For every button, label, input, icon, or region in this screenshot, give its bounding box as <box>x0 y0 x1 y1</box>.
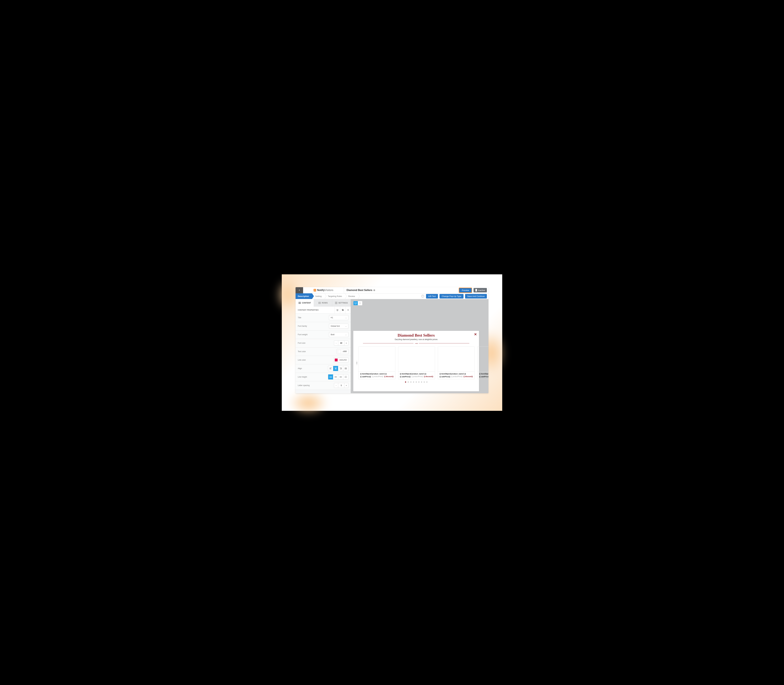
preview-button[interactable]: Preview <box>459 288 472 293</box>
carousel-dot[interactable] <box>418 381 420 383</box>
side-panel: CONTENT ROWS SETTINGS CONTENT PROPERTIES <box>296 299 351 393</box>
svg-rect-10 <box>342 310 343 311</box>
letter-spacing-stepper[interactable]: - 1 + <box>334 383 348 388</box>
carousel-dot[interactable] <box>408 381 409 383</box>
lineheight-xloose-button[interactable] <box>343 375 348 380</box>
product-name: {{ itemObject['product_name'] }} <box>400 373 433 375</box>
carousel-dot[interactable] <box>426 381 428 383</box>
font-size-stepper[interactable]: - 22 + <box>334 341 348 346</box>
list-icon <box>335 302 337 304</box>
product-image <box>398 347 435 372</box>
carousel-dot[interactable] <box>410 381 411 383</box>
sale-price: {{ salePrice}} <box>360 376 371 378</box>
collapse-icon[interactable] <box>345 307 351 313</box>
step-description[interactable]: Description <box>296 293 312 299</box>
align-group <box>328 366 348 371</box>
align-justify-button[interactable] <box>343 366 348 371</box>
duplicate-icon[interactable] <box>340 307 345 313</box>
align-right-button[interactable] <box>338 366 343 371</box>
popup-preview: ✕ Diamond Best Sellers Dazzling diamond … <box>353 331 479 391</box>
carousel-dot[interactable] <box>421 381 422 383</box>
svg-rect-1 <box>300 302 301 303</box>
change-popup-type-button[interactable]: Change Pop-Up Type <box>439 294 463 299</box>
save-continue-button[interactable]: Save And Continue <box>465 294 487 299</box>
discount: {{ discount}} <box>424 376 433 378</box>
logo-text-light: Visitors <box>325 289 333 292</box>
lineheight-normal-button[interactable] <box>333 375 338 380</box>
sale-price: {{ salePrice}} <box>439 376 450 378</box>
align-center-button[interactable] <box>333 366 338 371</box>
carousel-dots <box>356 381 476 383</box>
step-targeting-rules[interactable]: Targeting Rules <box>324 293 345 299</box>
discount: {{ discount}} <box>463 376 473 378</box>
desktop-view-button[interactable] <box>353 301 358 305</box>
prop-text-color: Text color #ffffff <box>296 347 351 356</box>
logo: NotifyVisitors <box>303 289 344 292</box>
align-left-button[interactable] <box>328 366 333 371</box>
mobile-icon <box>359 302 361 304</box>
rows-icon <box>318 302 321 304</box>
font-weight-select[interactable]: Bold⌄ <box>329 332 348 337</box>
text-color-input[interactable]: #ffffff <box>337 349 348 354</box>
sale-price: {{ salePrice}} <box>479 376 488 378</box>
chevron-down-icon: ⌄ <box>345 325 347 327</box>
font-family-select[interactable]: Global font⌄ <box>329 324 348 329</box>
top-bar: NotifyVisitors Diamond Best Sellers ✿ Pr… <box>296 287 488 294</box>
prop-title: Title H1⌄ <box>296 313 351 322</box>
chevron-down-icon: ⌄ <box>345 317 347 319</box>
carousel-dot[interactable] <box>405 381 406 383</box>
divider: ∽∾ <box>363 342 469 345</box>
mobile-view-button[interactable] <box>358 301 362 305</box>
lineheight-tight-button[interactable] <box>328 375 333 380</box>
tab-settings[interactable]: SETTINGS <box>332 299 351 307</box>
line-height-group <box>328 374 348 380</box>
inactive-toggle[interactable]: Inactive <box>473 288 487 292</box>
steps-bar: Description Setting Targeting Rules Revi… <box>296 294 488 299</box>
link-color-input[interactable]: #e01253 <box>334 357 348 362</box>
carousel-dot[interactable] <box>416 381 417 383</box>
decrement-button[interactable]: - <box>334 341 338 346</box>
increment-button[interactable]: + <box>344 383 348 388</box>
decrement-button[interactable]: - <box>334 383 338 388</box>
prop-align: Align <box>296 364 351 373</box>
svg-rect-4 <box>319 302 321 303</box>
logo-icon <box>314 289 316 291</box>
close-icon[interactable]: ✕ <box>474 333 477 336</box>
product-image <box>478 347 488 372</box>
lineheight-loose-button[interactable] <box>338 375 343 380</box>
delete-icon[interactable] <box>335 307 340 313</box>
chevron-down-icon: ⌄ <box>345 334 347 336</box>
help-icon[interactable]: ? <box>421 295 424 297</box>
sale-price: {{ salePrice}} <box>400 376 411 378</box>
tab-rows[interactable]: ROWS <box>314 299 332 307</box>
carousel-dot[interactable] <box>424 381 425 383</box>
panel-header: CONTENT PROPERTIES <box>296 307 351 313</box>
product-price: {{ productPrice}} <box>372 376 383 378</box>
side-tabs: CONTENT ROWS SETTINGS <box>296 299 351 307</box>
carousel-dot[interactable] <box>413 381 414 383</box>
product-price: {{ productPrice}} <box>451 376 462 378</box>
product-card[interactable]: {{ itemObject['product_name'] }} {{ sale… <box>438 346 475 379</box>
prop-font-family: Font family Global font⌄ <box>296 322 351 331</box>
product-card[interactable]: {{ itemObject['product_name'] }} {{ sale… <box>398 346 435 379</box>
gear-icon[interactable]: ✿ <box>373 289 375 291</box>
tab-content[interactable]: CONTENT <box>296 299 314 307</box>
product-card[interactable]: {{ itemObject['product_name'] }} {{ sale… <box>478 346 488 379</box>
popup-title: Diamond Best Sellers <box>356 333 476 338</box>
product-name: {{ itemObject['product_name'] }} <box>439 373 473 375</box>
product-card[interactable]: {{ itemObject['product_name'] }} {{ sale… <box>358 346 395 379</box>
product-image <box>359 347 395 372</box>
toggle-indicator <box>475 289 477 291</box>
title-select[interactable]: H1⌄ <box>329 315 348 320</box>
product-price: {{ productPrice}} <box>411 376 423 378</box>
prop-font-weight: Font weight Bold⌄ <box>296 331 351 339</box>
device-toggle <box>353 301 362 305</box>
canvas: ✕ Diamond Best Sellers Dazzling diamond … <box>351 299 488 393</box>
ab-test-button[interactable]: A/B Test <box>426 294 438 299</box>
prop-font-size: Font size - 22 + <box>296 339 351 347</box>
prop-line-height: Line height <box>296 373 351 381</box>
product-carousel: ‹ {{ itemObject['product_name'] }} {{ sa… <box>356 346 476 379</box>
svg-rect-3 <box>300 303 301 304</box>
back-button[interactable] <box>296 287 303 294</box>
increment-button[interactable]: + <box>344 341 348 346</box>
